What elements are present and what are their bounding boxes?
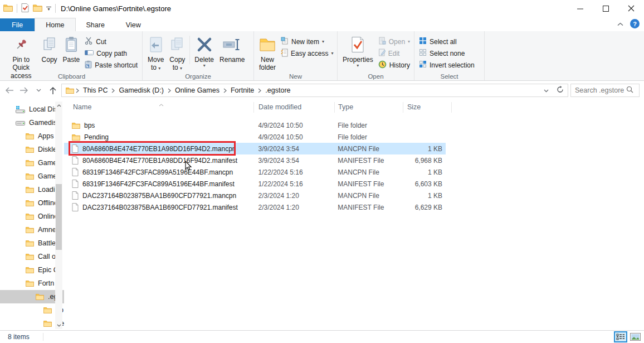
file-type: MANCPN File: [338, 192, 407, 200]
file-row-80a6860b4e474e770eb1a98dd16f94d2-mancpn[interactable]: 80A6860B4E474E770EB1A98DD16F94D2.mancpn3…: [64, 143, 446, 154]
file-row-bps[interactable]: bps4/9/2024 10:50File folder: [64, 119, 446, 131]
sidebar-item-apps[interactable]: Apps: [0, 129, 64, 143]
copy-path-button[interactable]: ... Copy path: [82, 47, 140, 59]
sidebar-scrollbar[interactable]: [55, 102, 62, 329]
group-label-select: Select: [414, 73, 484, 80]
sidebar-item-gamec[interactable]: GameC: [0, 156, 64, 170]
easy-access-button[interactable]: Easy access ▾: [279, 47, 335, 59]
delete-button[interactable]: Delete ▾: [192, 33, 217, 69]
new-folder-button[interactable]: New folder: [256, 33, 279, 73]
column-header-date-modified[interactable]: Date modified: [258, 103, 301, 111]
new-item-icon: [281, 37, 289, 46]
separator: [17, 4, 17, 13]
paste-button[interactable]: Paste: [60, 33, 83, 65]
paste-shortcut-icon: [85, 60, 92, 70]
sidebar-item-offline[interactable]: Offline: [0, 196, 64, 210]
properties-button[interactable]: Properties ▾: [340, 33, 376, 69]
customize-toolbar-dropdown-icon[interactable]: ▾: [46, 7, 51, 11]
collapse-ribbon-icon[interactable]: [617, 20, 623, 28]
refresh-icon[interactable]: [553, 86, 568, 95]
sidebar-item-local-dis[interactable]: Local Dis: [0, 103, 64, 116]
address-bar[interactable]: This PCGamedisk (D:)Online GamesFortnite…: [61, 84, 568, 97]
tab-home[interactable]: Home: [35, 18, 75, 31]
sidebar-item-gamedis[interactable]: Gamedis: [0, 116, 64, 129]
ribbon: Pin to Quick access Copy Paste Cut ... C…: [0, 31, 644, 81]
maximize-button[interactable]: [593, 0, 618, 17]
rename-button[interactable]: Rename: [217, 33, 247, 65]
column-header-name[interactable]: Name: [73, 103, 91, 111]
minimize-button[interactable]: [567, 0, 593, 17]
sidebar-item-pe[interactable]: Pe: [0, 317, 64, 330]
navigation-bar: This PCGamedisk (D:)Online GamesFortnite…: [0, 81, 644, 100]
search-icon[interactable]: [626, 86, 633, 95]
file-icon: [72, 180, 79, 188]
sidebar-item-diskles[interactable]: Diskles: [0, 143, 64, 156]
history-button[interactable]: History: [376, 59, 412, 71]
help-icon[interactable]: ?: [630, 19, 640, 28]
copy-to-button[interactable]: Copy to ▾: [167, 33, 188, 73]
back-button[interactable]: [2, 84, 17, 97]
sidebar-item-amne[interactable]: Amne: [0, 223, 64, 236]
forward-button[interactable]: [17, 84, 31, 97]
breadcrumb-item-egstore[interactable]: .egstore: [261, 86, 294, 94]
cut-button[interactable]: Cut: [82, 36, 140, 47]
file-icon: [72, 168, 79, 176]
properties-check-icon[interactable]: [21, 3, 29, 14]
paste-shortcut-button[interactable]: Paste shortcut: [82, 59, 140, 71]
details-view-button[interactable]: [614, 331, 627, 342]
scroll-down-icon[interactable]: [55, 321, 62, 329]
rename-label: Rename: [219, 56, 245, 64]
search-input[interactable]: [575, 86, 624, 94]
breadcrumb-item-online-games[interactable]: Online Games: [171, 86, 223, 94]
scrollbar-thumb[interactable]: [56, 184, 62, 250]
tab-view[interactable]: View: [115, 18, 152, 31]
sidebar-item-call-o[interactable]: Call o: [0, 250, 64, 263]
file-type: MANCPN File: [338, 168, 407, 176]
breadcrumb-item-gamedisk-d[interactable]: Gamedisk (D:): [115, 86, 168, 94]
thumbnail-view-button[interactable]: [630, 333, 641, 341]
file-row-dac237164b023875baa1b690cfd77921-manifest[interactable]: DAC237164B023875BAA1B690CFD77921.manifes…: [64, 201, 446, 213]
sidebar-item-gamef[interactable]: GameF: [0, 170, 64, 183]
delete-icon: [197, 35, 212, 55]
sidebar-item-battle[interactable]: Battle: [0, 236, 64, 250]
open-button[interactable]: Open ▾: [376, 36, 412, 47]
up-button[interactable]: [46, 84, 60, 97]
file-row-68319f1346f42fc3fac899a5196e44bf-mancpn[interactable]: 68319F1346F42FC3FAC899A5196E44BF.mancpn1…: [64, 166, 446, 178]
file-icon: [72, 156, 79, 165]
column-header-type[interactable]: Type: [338, 103, 353, 111]
select-none-button[interactable]: Select none: [417, 47, 477, 59]
invert-selection-button[interactable]: Invert selection: [417, 59, 477, 71]
item-count: 8 items: [8, 333, 30, 341]
sidebar-item-epic-c[interactable]: Epic C: [0, 263, 64, 277]
select-all-button[interactable]: Select all: [417, 36, 477, 47]
drive-icon: [16, 119, 25, 126]
move-to-button[interactable]: Move to ▾: [145, 33, 167, 73]
tab-share[interactable]: Share: [76, 18, 115, 31]
address-dropdown-icon[interactable]: [540, 86, 553, 94]
search-box[interactable]: [570, 84, 640, 97]
recent-locations-dropdown[interactable]: [31, 84, 46, 97]
file-row-dac237164b023875baa1b690cfd77921-mancpn[interactable]: DAC237164B023875BAA1B690CFD77921.mancpn2…: [64, 190, 446, 201]
file-row-pending[interactable]: Pending4/9/2024 10:50File folder: [64, 131, 446, 143]
new-item-button[interactable]: New item ▾: [279, 36, 335, 47]
sidebar-item-egs[interactable]: .egs: [0, 290, 64, 303]
copy-button[interactable]: Copy: [39, 33, 60, 65]
column-header-size[interactable]: Size: [407, 103, 421, 111]
file-row-80a6860b4e474e770eb1a98dd16f94d2-manifest[interactable]: 80A6860B4E474E770EB1A98DD16F94D2.manifes…: [64, 154, 446, 166]
file-icon: [72, 144, 79, 153]
breadcrumb-item-fortnite[interactable]: Fortnite: [227, 86, 258, 94]
close-button[interactable]: [618, 0, 644, 17]
file-size: 1 KB: [407, 192, 446, 200]
file-row-68319f1346f42fc3fac899a5196e44bf-manifest[interactable]: 68319F1346F42FC3FAC899A5196E44BF.manifes…: [64, 178, 446, 190]
folder-icon: [26, 133, 34, 139]
sidebar-item-bp[interactable]: bp: [0, 303, 64, 317]
folder-icon[interactable]: [33, 4, 42, 13]
sidebar-item-loadin[interactable]: Loadin: [0, 183, 64, 196]
breadcrumb-item-this-pc[interactable]: This PC: [79, 86, 111, 94]
edit-button[interactable]: Edit: [376, 47, 412, 59]
scroll-up-icon[interactable]: [55, 102, 62, 109]
folder-icon[interactable]: [3, 4, 13, 13]
sidebar-item-fortn[interactable]: Fortn: [0, 277, 64, 290]
tab-file[interactable]: File: [0, 18, 35, 31]
sidebar-item-online[interactable]: Online: [0, 210, 64, 223]
